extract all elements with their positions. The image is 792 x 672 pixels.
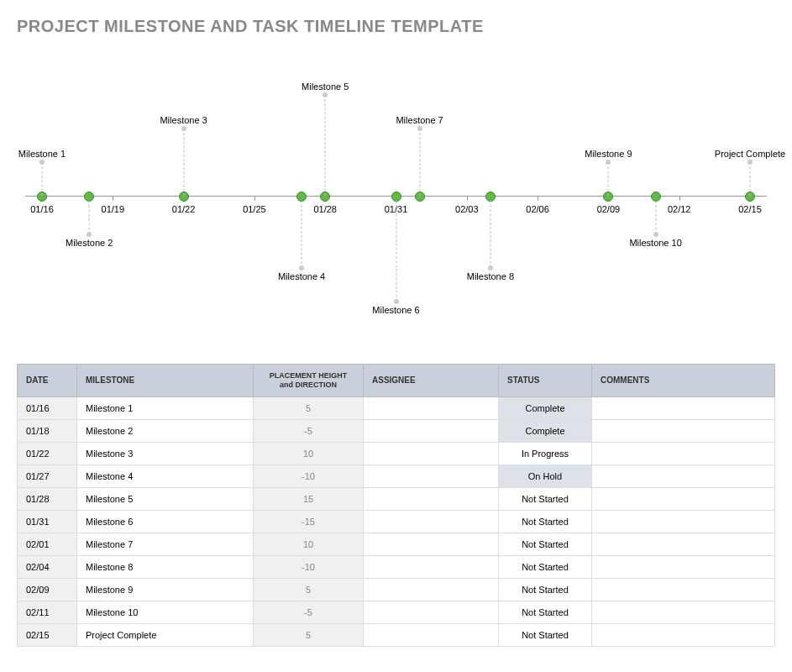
axis-tick-label: 02/09: [597, 204, 621, 214]
cell-assignee: [364, 396, 499, 419]
cell-date: 02/11: [18, 601, 77, 623]
cell-comments: [592, 465, 775, 487]
milestone-end-dot: [299, 265, 304, 270]
col-header-assignee: ASSIGNEE: [364, 365, 499, 397]
milestone-label: Milestone 1: [18, 149, 66, 159]
cell-placement: 15: [254, 487, 364, 510]
milestone-leader-line: [750, 162, 751, 196]
axis-tick-label: 01/25: [243, 204, 266, 214]
milestone-end-dot: [181, 126, 186, 131]
milestone-end-dot: [606, 160, 611, 165]
cell-milestone: Milestone 8: [77, 555, 254, 578]
milestone-end-dot: [87, 232, 92, 237]
milestone-leader-line: [490, 201, 490, 268]
cell-milestone: Milestone 6: [77, 510, 254, 533]
cell-placement: -10: [254, 465, 364, 487]
milestone-end-dot: [653, 232, 658, 237]
milestone-label: Milestone 6: [372, 305, 419, 315]
cell-date: 01/18: [18, 419, 77, 442]
cell-comments: [592, 487, 775, 510]
cell-milestone: Milestone 3: [77, 442, 254, 465]
milestone-label: Milestone 7: [396, 115, 443, 125]
table-header-row: DATE MILESTONE PLACEMENT HEIGHT and DIRE…: [18, 365, 775, 397]
milestone-leader-line: [396, 201, 396, 302]
table-row: 01/31Milestone 6-15Not Started: [18, 510, 775, 533]
cell-comments: [592, 442, 775, 465]
milestone-end-dot: [488, 265, 493, 270]
cell-placement: -5: [254, 601, 364, 623]
table-row: 01/27Milestone 4-10On Hold: [18, 465, 775, 487]
cell-date: 01/28: [18, 487, 77, 510]
cell-comments: [592, 601, 775, 623]
milestone-leader-line: [608, 162, 609, 196]
cell-placement: -10: [254, 555, 364, 578]
cell-status: Not Started: [499, 487, 592, 510]
milestone-end-dot: [417, 126, 422, 131]
milestone-label: Milestone 2: [66, 238, 113, 248]
col-header-status: STATUS: [499, 365, 592, 397]
milestone-leader-line: [89, 201, 90, 234]
cell-assignee: [364, 465, 499, 487]
milestone-leader-line: [183, 129, 184, 196]
cell-date: 02/01: [18, 533, 77, 555]
cell-status: Not Started: [499, 510, 592, 533]
axis-tick: [254, 196, 255, 201]
milestone-leader-line: [419, 129, 420, 196]
axis-tick: [679, 196, 680, 201]
cell-status: Complete: [499, 396, 592, 419]
milestone-end-dot: [39, 160, 45, 165]
cell-status: Not Started: [499, 578, 592, 601]
cell-placement: 5: [254, 396, 364, 419]
col-header-comments: COMMENTS: [592, 365, 775, 397]
milestone-leader-line: [42, 162, 43, 196]
col-header-milestone: MILESTONE: [77, 365, 254, 397]
cell-placement: 10: [254, 442, 364, 465]
cell-placement: -15: [254, 510, 364, 533]
axis-tick-label: 01/22: [172, 204, 196, 214]
table-body: 01/16Milestone 15Complete01/18Milestone …: [18, 396, 775, 646]
table-row: 01/22Milestone 310In Progress: [18, 442, 775, 465]
milestone-table: DATE MILESTONE PLACEMENT HEIGHT and DIRE…: [17, 364, 775, 647]
cell-assignee: [364, 533, 499, 555]
cell-milestone: Milestone 1: [77, 396, 254, 419]
cell-status: In Progress: [499, 442, 592, 465]
axis-tick-label: 01/16: [30, 204, 54, 214]
timeline-chart: 01/1601/1901/2201/2501/2801/3102/0302/06…: [25, 61, 767, 330]
cell-assignee: [364, 578, 499, 601]
table-row: 02/11Milestone 10-5Not Started: [18, 601, 775, 623]
col-header-placement: PLACEMENT HEIGHT and DIRECTION: [254, 365, 364, 397]
cell-assignee: [364, 442, 499, 465]
cell-milestone: Milestone 9: [77, 578, 254, 601]
milestone-leader-line: [655, 201, 656, 234]
milestone-end-dot: [323, 92, 328, 97]
milestone-label: Project Complete: [715, 149, 785, 159]
table-row: 02/01Milestone 710Not Started: [18, 533, 775, 555]
milestone-label: Milestone 8: [467, 271, 514, 281]
page-title: PROJECT MILESTONE AND TASK TIMELINE TEMP…: [17, 17, 775, 36]
cell-milestone: Milestone 2: [77, 419, 254, 442]
axis-tick: [467, 196, 468, 201]
table-row: 01/16Milestone 15Complete: [18, 396, 775, 419]
table-row: 02/09Milestone 95Not Started: [18, 578, 775, 601]
axis-tick-label: 02/15: [738, 204, 762, 214]
axis-tick-label: 02/06: [526, 204, 549, 214]
cell-milestone: Milestone 4: [77, 465, 254, 487]
cell-assignee: [364, 555, 499, 578]
cell-milestone: Milestone 7: [77, 533, 254, 555]
cell-date: 01/22: [18, 442, 77, 465]
cell-placement: 10: [254, 533, 364, 555]
cell-date: 02/04: [18, 555, 77, 578]
cell-date: 01/31: [18, 510, 77, 533]
cell-comments: [592, 578, 775, 601]
cell-assignee: [364, 419, 499, 442]
axis-tick: [538, 196, 538, 201]
milestone-label: Milestone 3: [160, 115, 207, 125]
cell-comments: [592, 419, 775, 442]
cell-comments: [592, 396, 775, 419]
milestone-label: Milestone 9: [585, 149, 632, 159]
milestone-label: Milestone 4: [278, 271, 325, 281]
cell-milestone: Milestone 5: [77, 487, 254, 510]
cell-assignee: [364, 623, 499, 646]
cell-assignee: [364, 487, 499, 510]
milestone-leader-line: [302, 201, 302, 268]
